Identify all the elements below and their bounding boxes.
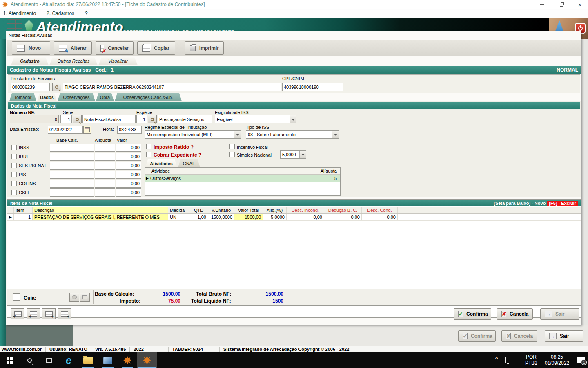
novo-button[interactable]: Novo: [12, 41, 50, 55]
start-button[interactable]: [0, 352, 20, 368]
restore-button[interactable]: [553, 0, 570, 9]
tab-observacoes-canc[interactable]: Observações Canc./Sub.: [115, 93, 182, 101]
serie-input[interactable]: [60, 115, 72, 123]
simples-nacional-checkbox[interactable]: [229, 152, 235, 157]
nav-last-record-button[interactable]: +: [58, 308, 71, 319]
menubar: 1. Atendimento 2. Cadastros ?: [0, 9, 588, 18]
taskbar-fiorilli-app-button[interactable]: [118, 352, 137, 368]
taskbar-ie-button[interactable]: e: [59, 352, 78, 368]
tab-dados[interactable]: Dados: [37, 93, 57, 101]
irrf-checkbox[interactable]: [11, 154, 17, 159]
calendar-button[interactable]: [83, 126, 91, 134]
menu-cadastros[interactable]: 2. Cadastros: [47, 11, 74, 16]
prestador-name-input[interactable]: [63, 83, 281, 91]
prestador-code-input[interactable]: [11, 83, 50, 91]
tab-observacoes[interactable]: Observações: [58, 93, 95, 101]
sest-senat-base-input[interactable]: [50, 162, 94, 170]
imprimir-button[interactable]: Imprimir: [185, 41, 224, 55]
cofins-base-input[interactable]: [50, 180, 94, 188]
cancelar-button[interactable]: ✗ Cancelar: [96, 41, 134, 55]
pis-aliquota-input[interactable]: [95, 171, 115, 179]
inss-checkbox[interactable]: [11, 145, 17, 150]
tab-outras-receitas[interactable]: Outras Receitas: [49, 57, 98, 65]
confirma-button[interactable]: ✔ Confirma: [454, 308, 491, 320]
especie-label: Espécie: [136, 110, 152, 115]
taskbar-blue-app-button[interactable]: [98, 352, 118, 368]
task-view-button[interactable]: [39, 352, 59, 368]
atividade-row[interactable]: ▶ OutrosServiços 5: [145, 175, 340, 182]
tab-atividades[interactable]: Atividades: [145, 159, 177, 167]
pis-valor-input[interactable]: [116, 171, 141, 179]
menu-help[interactable]: ?: [85, 11, 88, 16]
taskbar-fiorilli-app2-button[interactable]: [137, 352, 157, 368]
parent-sair-button[interactable]: → Sair: [545, 330, 583, 342]
tab-cadastro[interactable]: Cadastro: [11, 57, 49, 65]
inss-valor-input[interactable]: [116, 144, 141, 152]
cofins-valor-input[interactable]: [116, 180, 141, 188]
cobrar-expediente-checkbox[interactable]: [146, 152, 151, 157]
serie-desc-input[interactable]: [82, 115, 136, 123]
prestador-search-button[interactable]: [52, 83, 61, 91]
tab-visualizar[interactable]: Visualizar: [98, 57, 138, 65]
especie-desc-input[interactable]: [158, 115, 212, 123]
item-row[interactable]: ▶ 1 PRESTAÇÃO DE SERVIÇOS GERAIS I, REFE…: [7, 214, 581, 221]
regime-select[interactable]: Microempresário Individual (MEI): [145, 130, 241, 139]
especie-input[interactable]: [136, 115, 147, 123]
simples-aliquota-select[interactable]: 5,0000: [280, 150, 306, 159]
tab-obra[interactable]: Obra: [96, 93, 114, 101]
csll-valor-input[interactable]: [116, 188, 141, 197]
exigibilidade-select[interactable]: Exigível: [215, 115, 296, 123]
pis-checkbox[interactable]: [11, 172, 17, 177]
sair-button[interactable]: → Sair: [540, 308, 579, 320]
guia-checkbox[interactable]: [13, 293, 20, 301]
especie-search-button[interactable]: [148, 115, 157, 123]
copiar-button[interactable]: Copiar: [137, 41, 175, 55]
data-emissao-input[interactable]: [48, 126, 83, 134]
guia-preview-button[interactable]: [80, 293, 90, 302]
csll-checkbox[interactable]: [11, 190, 17, 195]
parent-confirma-button[interactable]: ✔ Confirma: [458, 330, 496, 342]
guia-print-button[interactable]: [69, 293, 79, 302]
cpf-input[interactable]: [282, 83, 343, 91]
alterar-button[interactable]: ✎ Alterar: [54, 41, 92, 55]
taskbar-search-button[interactable]: [20, 352, 39, 368]
minimize-button[interactable]: [534, 0, 550, 9]
imposto-retido-checkbox[interactable]: [146, 144, 151, 149]
hora-input[interactable]: [117, 126, 142, 134]
tray-network-button[interactable]: [505, 357, 506, 362]
tab-tomador[interactable]: Tomador: [9, 93, 36, 101]
numero-nf-input[interactable]: [10, 115, 59, 123]
tray-chevron-button[interactable]: ^: [495, 356, 498, 362]
taskbar-explorer-button[interactable]: [78, 352, 98, 368]
inss-aliquota-input[interactable]: [95, 144, 115, 152]
nav-insert-record-button[interactable]: +: [42, 308, 56, 319]
regime-dropdown-icon: [234, 131, 241, 138]
tab-cnae[interactable]: CNAE: [178, 159, 200, 167]
cofins-checkbox[interactable]: [11, 181, 17, 186]
incentivo-fiscal-checkbox[interactable]: [229, 144, 235, 149]
simples-aliquota-value: 5,0000: [282, 152, 296, 157]
parent-cancela-button[interactable]: ✘ Cancela: [501, 330, 537, 342]
nav-first-record-button[interactable]: ◀: [11, 308, 24, 319]
close-button[interactable]: ×: [572, 0, 588, 9]
irrf-aliquota-input[interactable]: [95, 153, 115, 161]
sest-senat-checkbox[interactable]: [11, 163, 17, 168]
irrf-valor-input[interactable]: [116, 153, 141, 161]
inss-base-input[interactable]: [50, 144, 94, 152]
sest-senat-valor-input[interactable]: [116, 162, 141, 170]
sest-senat-aliquota-input[interactable]: [95, 162, 115, 170]
cancela-button[interactable]: ✘ Cancela: [497, 308, 533, 320]
cofins-aliquota-input[interactable]: [95, 180, 115, 188]
nav-prev-record-button[interactable]: ◀: [27, 308, 40, 319]
irrf-base-input[interactable]: [50, 153, 94, 161]
notification-center-button[interactable]: 1: [577, 357, 585, 363]
csll-aliquota-input[interactable]: [95, 188, 115, 197]
csll-base-input[interactable]: [50, 188, 94, 197]
pis-base-input[interactable]: [50, 171, 94, 179]
prestador-groupbox: Prestador de Serviços CPF/CNPJ: [8, 74, 580, 93]
tipo-iss-select[interactable]: 03 - Sobre Faturamento: [246, 130, 339, 139]
menu-atendimento[interactable]: 1. Atendimento: [3, 11, 36, 16]
tray-clock-button[interactable]: 08:25 01/09/2022: [540, 354, 574, 366]
serie-search-button[interactable]: [73, 115, 82, 123]
tray-language-button[interactable]: POR PTB2: [525, 354, 537, 366]
